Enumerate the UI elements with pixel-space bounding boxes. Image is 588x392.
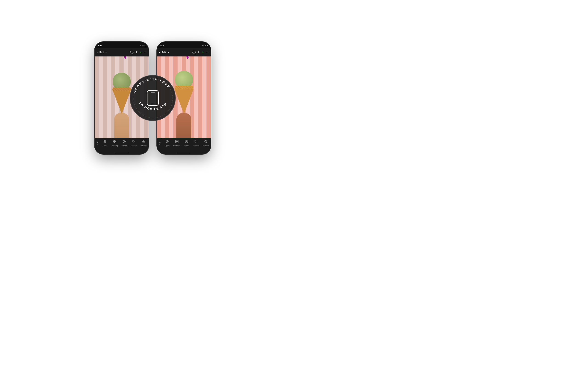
- toolbar-item-previous-right[interactable]: Previous: [191, 140, 201, 146]
- previous-icon-right: [194, 140, 198, 144]
- top-bar-icons-left: ? ⬆ ☁ ···: [130, 51, 146, 54]
- svg-rect-18: [177, 142, 178, 143]
- toolbar-item-optics-right[interactable]: Optics: [162, 140, 172, 146]
- presets-label-left: Presets: [122, 145, 127, 146]
- presets-icon-left: [123, 140, 126, 144]
- home-indicator-left: [115, 152, 129, 153]
- bottom-toolbar-right: ◀ ail Optics: [157, 138, 211, 154]
- top-bar-right: ‹ Edit ▾ ? ⬆ ☁ ···: [157, 48, 211, 56]
- versions-icon-left: [142, 140, 145, 144]
- edit-label-left[interactable]: Edit: [99, 51, 104, 54]
- toolbar-item-previous-left[interactable]: Previous: [129, 140, 139, 146]
- airplane-icon-right: ✈: [202, 44, 204, 46]
- svg-rect-3: [115, 140, 116, 142]
- toolbar-item-reset-right[interactable]: Reset: [211, 140, 211, 146]
- toolbar-item-versions-left[interactable]: Versions: [139, 140, 148, 146]
- previous-icon-left: [132, 140, 136, 144]
- previous-label-right: Previous: [193, 145, 199, 146]
- share-icon-left[interactable]: ⬆: [135, 51, 138, 54]
- wifi-icon-left: ≈: [142, 44, 144, 47]
- versions-label-left: Versions: [141, 145, 147, 146]
- toolbar-item-presets-right[interactable]: Presets: [182, 140, 191, 146]
- badge-phone-notch: [151, 92, 155, 92]
- svg-point-14: [167, 141, 168, 142]
- bottom-toolbar-left: ◀ ail Optics: [95, 138, 149, 154]
- svg-point-13: [166, 140, 168, 143]
- presets-label-right: Presets: [184, 145, 189, 146]
- toolbar-item-reset-left[interactable]: Reset: [148, 140, 149, 146]
- home-indicator-right: [177, 152, 191, 153]
- toolbar-item-geometry-right[interactable]: Geometry: [172, 140, 182, 146]
- toolbar-item-geometry-left[interactable]: Geometry: [110, 140, 119, 146]
- toolbar-item-tail-left[interactable]: ◀ ail: [95, 142, 100, 145]
- svg-rect-16: [177, 140, 178, 142]
- back-button-left[interactable]: ‹: [97, 50, 98, 54]
- versions-label-right: Versions: [203, 145, 209, 146]
- more-icon-right[interactable]: ···: [206, 51, 209, 54]
- central-badge: WORKS WITH FREE LR MOBILE APP: [130, 75, 176, 121]
- battery-icon-right: ▮: [207, 44, 208, 46]
- top-bar-icons-right: ? ⬆ ☁ ···: [192, 51, 209, 54]
- notch-right: [176, 42, 192, 46]
- badge-phone-home: [151, 104, 154, 104]
- help-icon-left[interactable]: ?: [130, 51, 133, 54]
- svg-rect-4: [113, 142, 115, 143]
- svg-rect-2: [113, 140, 115, 142]
- tail-label-left: ail: [97, 144, 98, 145]
- previous-label-left: Previous: [131, 145, 137, 146]
- optics-icon-left: [103, 140, 107, 144]
- top-bar-left: ‹ Edit ▾ ? ⬆ ☁ ···: [95, 48, 149, 56]
- cloud-icon-left[interactable]: ☁: [139, 51, 142, 54]
- status-icons-left: ✈ ≈ ▮: [140, 44, 145, 47]
- scene: 3:24 ✈ ≈ ▮ ‹ Edit ▾ ? ⬆ ☁ ···: [0, 0, 306, 196]
- share-icon-right[interactable]: ⬆: [197, 51, 200, 54]
- dropdown-arrow-left[interactable]: ▾: [106, 52, 107, 54]
- svg-rect-5: [115, 142, 116, 143]
- svg-rect-15: [175, 140, 177, 142]
- help-icon-right[interactable]: ?: [192, 51, 196, 54]
- optics-label-right: Optics: [165, 145, 169, 146]
- toolbar-item-presets-left[interactable]: Presets: [119, 140, 129, 146]
- tail-icon-right: ◀: [159, 142, 160, 143]
- time-right: 3:24: [160, 44, 164, 47]
- dropdown-arrow-right[interactable]: ▾: [168, 52, 169, 54]
- back-button-right[interactable]: ‹: [159, 50, 160, 54]
- svg-rect-17: [175, 142, 177, 143]
- tail-label-right: ail: [159, 144, 160, 145]
- more-icon-left[interactable]: ···: [144, 51, 146, 54]
- wifi-icon-right: ≈: [205, 44, 206, 47]
- edit-label-right[interactable]: Edit: [162, 51, 166, 54]
- svg-point-1: [105, 141, 105, 142]
- geometry-icon-right: [175, 140, 178, 144]
- status-icons-right: ✈ ≈ ▮: [202, 44, 208, 47]
- tail-icon-left: ◀: [97, 142, 98, 143]
- geometry-label-right: Geometry: [173, 145, 181, 146]
- badge-phone-icon: [147, 90, 159, 106]
- airplane-icon-left: ✈: [140, 44, 141, 46]
- cloud-icon-right[interactable]: ☁: [202, 51, 204, 54]
- notch-left: [114, 42, 130, 46]
- toolbar-item-versions-right[interactable]: Versions: [201, 140, 211, 146]
- geometry-icon-left: [113, 140, 116, 144]
- toolbar-item-tail-right[interactable]: ◀ ail: [157, 142, 162, 145]
- toolbar-scroll-right: ◀ ail Optics: [157, 140, 211, 146]
- versions-icon-right: [204, 140, 207, 144]
- toolbar-scroll-left: ◀ ail Optics: [95, 140, 149, 146]
- svg-point-0: [104, 140, 106, 143]
- toolbar-item-optics-left[interactable]: Optics: [100, 140, 110, 146]
- geometry-label-left: Geometry: [111, 145, 118, 146]
- presets-icon-right: [185, 140, 188, 144]
- time-left: 3:24: [98, 44, 102, 47]
- battery-icon-left: ▮: [144, 44, 145, 46]
- optics-icon-right: [166, 140, 169, 144]
- optics-label-left: Optics: [103, 145, 107, 146]
